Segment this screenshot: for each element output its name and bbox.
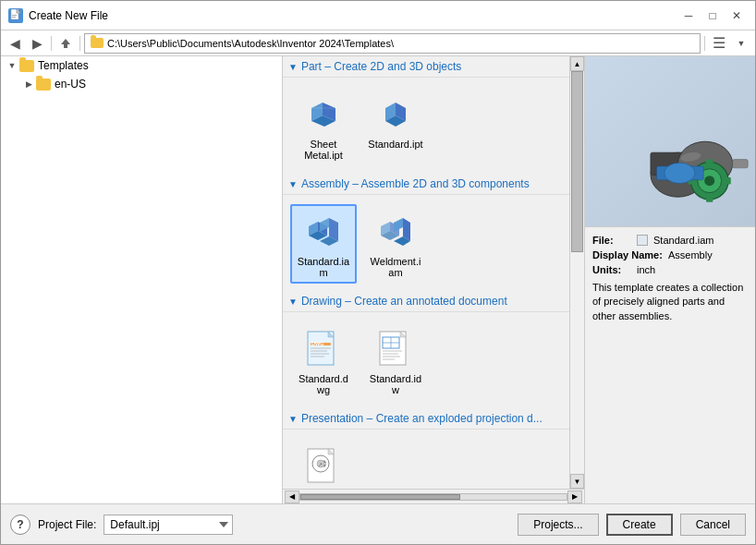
section-title-drawing[interactable]: Drawing – Create an annotated document — [301, 295, 507, 308]
tree-item-templates[interactable]: ▼ Templates — [1, 56, 282, 75]
help-button[interactable]: ? — [10, 515, 30, 535]
part-files: SheetMetal.ipt Standard.ipt — [283, 83, 569, 174]
maximize-button[interactable]: □ — [701, 6, 724, 26]
file-icon-container-standard-dwg: DWG — [301, 327, 346, 371]
section-arrow-part: ▼ — [288, 62, 298, 72]
center-panel: ▼ Part – Create 2D and 3D objects — [283, 56, 584, 503]
info-row-display-name: Display Name: Assembly — [592, 249, 748, 260]
standard-idw-icon — [376, 330, 415, 369]
section-header-presentation: ▼ Presentation – Create an exploded proj… — [283, 408, 569, 430]
standard-ipn-icon: ↗ — [304, 447, 343, 486]
create-button[interactable]: Create — [606, 514, 673, 536]
dialog-icon — [8, 8, 23, 23]
file-label-sheet-metal: SheetMetal.ipt — [304, 139, 343, 161]
file-label-standard-dwg: Standard.dwg — [296, 373, 351, 395]
presentation-files: ↗ Standard.ipn — [283, 435, 569, 489]
file-item-sheet-metal[interactable]: SheetMetal.ipt — [290, 87, 357, 166]
close-button[interactable]: ✕ — [726, 6, 748, 26]
footer: ? Project File: Default.ipj Projects... … — [1, 503, 755, 544]
back-button[interactable]: ◀ — [5, 33, 25, 54]
horizontal-scrollbar: ◀ ▶ — [283, 489, 584, 503]
address-bar: C:\Users\Public\Documents\Autodesk\Inven… — [84, 33, 701, 54]
toolbar-separator-2 — [79, 36, 80, 51]
file-info: File: Standard.iam Display Name: Assembl… — [585, 227, 755, 503]
create-new-file-dialog: Create New File ─ □ ✕ ◀ ▶ C:\Users\Publi… — [0, 0, 756, 545]
file-icon-container-sheet-metal — [301, 92, 346, 137]
left-panel: ▼ Templates ▶ en-US — [1, 56, 283, 503]
section-header-assembly: ▼ Assembly – Assemble 2D and 3D componen… — [283, 174, 569, 195]
project-file-dropdown[interactable]: Default.ipj — [104, 515, 233, 535]
section-title-presentation[interactable]: Presentation – Create an exploded projec… — [301, 412, 543, 425]
assembly-files: Standard.iam — [283, 200, 569, 291]
scroll-thumb — [571, 71, 583, 252]
file-item-standard-ipn[interactable]: ↗ Standard.ipn — [290, 439, 357, 489]
center-with-scroll: ▼ Part – Create 2D and 3D objects — [283, 56, 584, 489]
info-file-name: Standard.iam — [653, 235, 713, 246]
svg-point-48 — [704, 176, 714, 186]
scroll-right-button[interactable]: ▶ — [567, 490, 582, 503]
svg-point-54 — [665, 163, 695, 183]
file-label-standard-ipt: Standard.ipt — [368, 139, 422, 150]
info-label-display-name: Display Name: — [592, 249, 668, 260]
views-dropdown-button[interactable]: ▼ — [731, 33, 751, 54]
file-item-standard-idw[interactable]: Standard.idw — [362, 321, 429, 401]
project-file-label: Project File: — [38, 518, 96, 531]
section-arrow-assembly: ▼ — [288, 179, 298, 189]
scroll-down-button[interactable]: ▼ — [570, 474, 584, 489]
svg-rect-45 — [733, 160, 749, 168]
folder-icon-templates — [19, 60, 34, 72]
title-bar-left: Create New File — [8, 8, 108, 23]
right-panel: File: Standard.iam Display Name: Assembl… — [584, 56, 755, 503]
standard-ipt-icon — [376, 95, 415, 134]
main-content: ▼ Templates ▶ en-US ▼ Part – Create 2D a… — [1, 56, 755, 503]
file-icon-container-standard-ipt — [373, 92, 418, 137]
standard-dwg-icon: DWG — [304, 330, 343, 369]
info-label-units: Units: — [592, 264, 637, 275]
svg-rect-49 — [706, 160, 713, 165]
views-button[interactable]: ☰ — [709, 33, 729, 54]
forward-button[interactable]: ▶ — [27, 33, 47, 54]
minimize-button[interactable]: ─ — [677, 6, 700, 26]
scroll-up-button[interactable]: ▲ — [570, 56, 584, 71]
info-description: This template creates a collection of pr… — [592, 281, 748, 323]
h-scroll-track[interactable] — [299, 493, 567, 501]
file-label-standard-iam: Standard.iam — [296, 256, 351, 278]
tree-expand-arrow-en-us: ▶ — [23, 79, 34, 90]
title-controls: ─ □ ✕ — [677, 6, 748, 26]
scroll-track[interactable] — [570, 71, 584, 474]
file-icon-container-standard-iam — [301, 210, 346, 254]
svg-rect-52 — [726, 177, 731, 184]
standard-iam-icon — [303, 212, 344, 252]
section-header-drawing: ▼ Drawing – Create an annotated document — [283, 291, 569, 312]
file-icon-container-weldment-iam — [373, 210, 418, 254]
address-text: C:\Users\Public\Documents\Autodesk\Inven… — [107, 38, 394, 49]
cancel-button[interactable]: Cancel — [680, 514, 746, 536]
tree-item-en-us[interactable]: ▶ en-US — [1, 75, 282, 93]
svg-text:↗: ↗ — [318, 462, 323, 467]
file-grid-area: ▼ Part – Create 2D and 3D objects — [283, 56, 569, 489]
section-title-part[interactable]: Part – Create 2D and 3D objects — [301, 60, 461, 73]
weldment-iam-icon — [375, 212, 416, 252]
up-button[interactable] — [55, 33, 76, 54]
scroll-left-button[interactable]: ◀ — [285, 490, 299, 503]
info-display-name: Assembly — [668, 249, 713, 260]
info-row-file: File: Standard.iam — [592, 235, 748, 246]
file-icon-container-standard-ipn: ↗ — [301, 444, 346, 489]
section-title-assembly[interactable]: Assembly – Assemble 2D and 3D components — [301, 177, 530, 190]
projects-button[interactable]: Projects... — [518, 514, 598, 536]
section-header-part: ▼ Part – Create 2D and 3D objects — [283, 56, 569, 78]
file-item-standard-iam[interactable]: Standard.iam — [290, 204, 357, 284]
title-bar: Create New File ─ □ ✕ — [1, 1, 755, 30]
tree-item-label-templates: Templates — [38, 59, 89, 72]
file-label-standard-idw: Standard.idw — [368, 373, 423, 395]
h-scroll-thumb — [300, 494, 460, 500]
file-item-standard-ipt[interactable]: Standard.ipt — [362, 87, 429, 166]
file-item-standard-dwg[interactable]: DWG Standard.dwg — [290, 321, 357, 401]
folder-icon — [91, 38, 104, 48]
toolbar: ◀ ▶ C:\Users\Public\Documents\Autodesk\I… — [1, 30, 755, 56]
file-item-weldment-iam[interactable]: Weldment.iam — [362, 204, 429, 284]
svg-rect-50 — [706, 197, 713, 202]
tree-expand-arrow: ▼ — [6, 60, 18, 71]
file-type-icon — [637, 235, 648, 246]
center-vertical-scrollbar[interactable]: ▲ ▼ — [569, 56, 584, 489]
